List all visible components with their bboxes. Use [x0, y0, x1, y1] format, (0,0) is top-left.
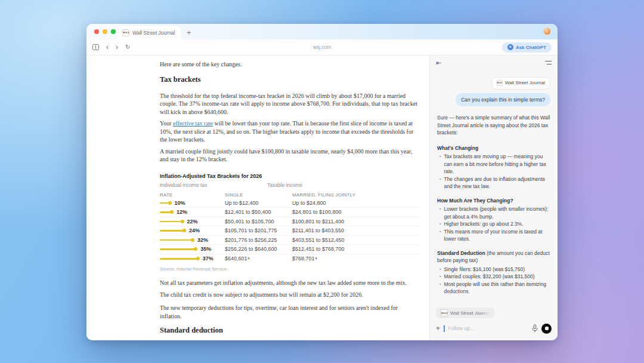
- browser-window: WSJ Wall Street Journal + ‹ › ↻ wsj.com …: [86, 24, 558, 340]
- table-row: 10% Up to $12,400 Up to $24,800: [160, 199, 420, 208]
- zoom-window-button[interactable]: [111, 29, 116, 34]
- address-bar[interactable]: wsj.com: [86, 44, 558, 50]
- bullet-item: •Single filers: $16,100 (was $15,750): [437, 266, 550, 273]
- rate-bar: [160, 221, 183, 223]
- table-title: Inflation-Adjusted Tax Brackets for 2026: [160, 173, 420, 179]
- paragraph-text: Your: [160, 120, 173, 127]
- article-paragraph: Your effective tax rate will be lower th…: [160, 119, 420, 144]
- header-single: SINGLE: [225, 192, 292, 198]
- rate-bar: [160, 258, 199, 260]
- bullet-text: Higher brackets: go up about 2.3%.: [444, 220, 550, 228]
- article-heading-tax-brackets: Tax brackets: [160, 75, 420, 84]
- single-range: $12,401 to $50,400: [225, 209, 292, 215]
- table-row: 22% $50,401 to $105,700 $100,801 to $211…: [160, 217, 420, 227]
- voice-mode-button[interactable]: [541, 324, 552, 334]
- group-individual-income-tax: Individual income tax: [160, 182, 207, 188]
- single-range: $201,776 to $256,225: [225, 237, 292, 243]
- section-heading: Standard Deduction: [437, 250, 485, 256]
- reload-icon[interactable]: ↻: [125, 44, 130, 50]
- bullet-text: Single filers: $16,100 (was $15,750): [444, 266, 550, 273]
- single-range: $640,601+: [225, 256, 292, 262]
- browser-tab[interactable]: WSJ Wall Street Journal: [117, 26, 181, 39]
- article-column: Here are some of the key changes. Tax br…: [160, 60, 420, 335]
- article-paragraph: Not all tax parameters get inflation adj…: [160, 279, 420, 287]
- options-icon[interactable]: [545, 60, 552, 65]
- chat-section-estate-gift: Estate and Gift Taxes •Estate tax exclus…: [437, 302, 550, 307]
- single-range: $105,701 to $201,775: [225, 227, 292, 233]
- rate-value: 10%: [175, 200, 185, 206]
- browser-toolbar: ‹ › ↻ wsj.com ✳ Ask ChatGPT: [86, 39, 558, 56]
- table-group-headers: Individual income tax Taxable income: [160, 182, 420, 189]
- bullet-text: Married couples: $32,200 (was $31,500): [444, 273, 550, 281]
- table-header-row: RATE SINGLE MARRIED, FILING JOINTLY: [160, 192, 420, 198]
- toggle-sidebar-icon[interactable]: [92, 44, 99, 50]
- title-bar: WSJ Wall Street Journal +: [86, 24, 558, 39]
- tab-title: Wall Street Journal: [132, 30, 175, 36]
- user-message-bubble: Can you explain this in simple terms?: [456, 93, 550, 107]
- sidebar-bottom-bar: WSJ Wall Street Journal +: [430, 306, 558, 340]
- bullet-text: Lower brackets (people with smaller inco…: [444, 205, 550, 220]
- bottom-chip-label: Wall Street Journal: [450, 310, 490, 316]
- married-range: $211,401 to $403,550: [292, 227, 420, 233]
- follow-up-input[interactable]: [448, 325, 528, 331]
- married-range: $100,801 to $211,400: [292, 219, 420, 224]
- bullet-item: •Married couples: $32,200 (was $31,500): [437, 273, 550, 281]
- married-range: $512,451 to $768,700: [292, 246, 420, 252]
- section-heading: How Much Are They Changing?: [437, 198, 513, 204]
- rate-value: 24%: [189, 227, 200, 233]
- rate-bar: [160, 211, 172, 213]
- wsj-favicon-icon: WSJ: [497, 80, 503, 86]
- context-chip-label: Wall Street Journal: [505, 79, 545, 87]
- rate-bar: [160, 202, 171, 204]
- wsj-favicon-icon: WSJ: [441, 309, 448, 316]
- article-paragraph: The new temporary deductions for tips, o…: [160, 304, 420, 320]
- table-row: 12% $12,401 to $50,400 $24,801 to $100,8…: [160, 208, 420, 217]
- bullet-text: This means more of your income is taxed …: [444, 228, 550, 243]
- article-paragraph: The child tax credit is now subject to a…: [160, 291, 420, 299]
- rate-value: 37%: [203, 256, 213, 262]
- bullet-item: •Most people will use this rather than i…: [437, 281, 550, 296]
- single-range: $50,401 to $105,700: [225, 219, 292, 224]
- rate-value: 32%: [197, 237, 208, 243]
- bullet-item: •This means more of your income is taxed…: [437, 228, 550, 243]
- wsj-favicon-icon: WSJ: [122, 29, 129, 36]
- new-tab-button[interactable]: +: [187, 28, 191, 37]
- context-chip-bottom[interactable]: WSJ Wall Street Journal: [436, 307, 495, 318]
- assistant-intro: Sure — here's a simple summary of what t…: [437, 114, 550, 137]
- group-taxable-income: Taxable income: [267, 182, 302, 188]
- rate-bar: [160, 230, 185, 232]
- microphone-icon[interactable]: [532, 324, 538, 333]
- bullet-item: •Higher brackets: go up about 2.3%.: [437, 220, 550, 228]
- rate-value: 35%: [200, 246, 211, 252]
- effective-tax-rate-link[interactable]: effective tax rate: [173, 120, 213, 127]
- table-source: Source: Internal Revenue Service: [160, 266, 420, 272]
- page-context-chip[interactable]: WSJ Wall Street Journal: [491, 77, 550, 90]
- table-row: 37% $640,601+ $768,701+: [160, 254, 420, 264]
- header-married: MARRIED, FILING JOINTLY: [292, 192, 420, 198]
- bullet-item: •Tax brackets are moving up — meaning yo…: [437, 153, 550, 176]
- table-row: 35% $256,226 to $640,600 $512,451 to $76…: [160, 245, 420, 254]
- article-intro: Here are some of the key changes.: [160, 60, 420, 69]
- minimize-window-button[interactable]: [103, 29, 107, 34]
- collapse-sidebar-icon[interactable]: ⇤: [436, 59, 441, 67]
- chat-messages: WSJ Wall Street Journal Can you explain …: [430, 70, 558, 306]
- table-row: 24% $105,701 to $201,775 $211,401 to $40…: [160, 226, 420, 236]
- married-range: $768,701+: [292, 256, 420, 262]
- back-icon[interactable]: ‹: [106, 44, 109, 51]
- close-window-button[interactable]: [94, 29, 99, 34]
- forward-icon[interactable]: ›: [116, 44, 118, 51]
- bullet-text: Most people will use this rather than it…: [444, 281, 550, 296]
- article-heading-standard-deduction: Standard deduction: [160, 326, 420, 335]
- chat-input-row: +: [436, 321, 552, 336]
- profile-avatar[interactable]: [543, 27, 551, 35]
- ask-chatgpt-button[interactable]: ✳ Ask ChatGPT: [502, 42, 552, 53]
- section-heading: What's Changing: [437, 145, 478, 151]
- sidebar-header: ⇤: [430, 56, 558, 70]
- attach-plus-icon[interactable]: +: [436, 324, 440, 333]
- married-range: Up to $24,800: [292, 200, 420, 206]
- chat-section-whats-changing: What's Changing •Tax brackets are moving…: [437, 144, 550, 190]
- header-rate: RATE: [160, 192, 225, 198]
- content-area: Here are some of the key changes. Tax br…: [86, 56, 558, 340]
- tax-bracket-table: Inflation-Adjusted Tax Brackets for 2026…: [160, 173, 420, 272]
- chatgpt-sidebar: ⇤ WSJ Wall Street Journal Can you explai…: [429, 56, 558, 340]
